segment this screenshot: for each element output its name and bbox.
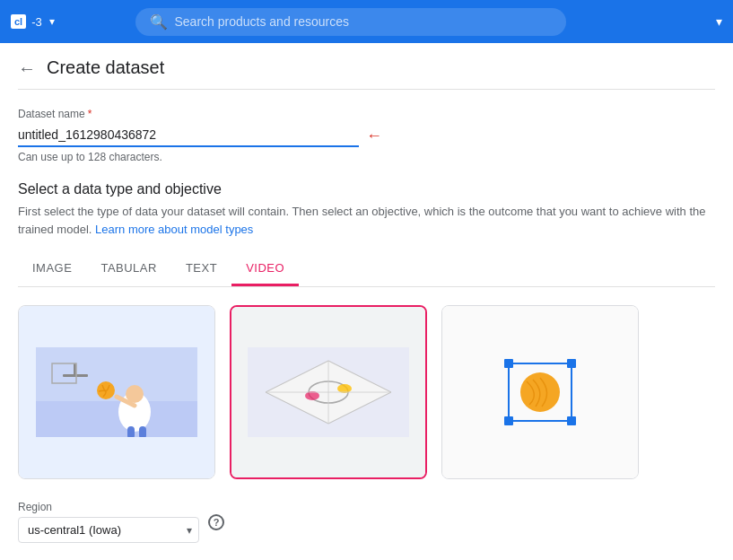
svg-point-15 (305, 391, 319, 400)
learn-more-model-types-link[interactable]: Learn more about model types (95, 223, 253, 236)
project-name: -3 (31, 15, 42, 29)
region-select-wrap: us-central1 (Iowa) us-east1 (South Carol… (18, 517, 199, 543)
region-label-wrap: Region us-central1 (Iowa) us-east1 (Sout… (18, 501, 199, 543)
topbar-logo[interactable]: cl -3 ▾ (11, 14, 55, 29)
back-button[interactable]: ← (18, 59, 36, 77)
search-bar[interactable]: 🔍 (135, 8, 566, 36)
tab-text[interactable]: TEXT (171, 252, 231, 286)
search-input[interactable] (175, 14, 552, 29)
region-group: Region us-central1 (Iowa) us-east1 (Sout… (18, 501, 715, 543)
card-object-tracking[interactable]: Video object tracking Get labels, tracks… (441, 305, 639, 479)
svg-point-16 (337, 384, 352, 393)
region-label: Region (18, 501, 199, 513)
page-header: ← Create dataset (18, 43, 715, 90)
tab-tabular[interactable]: TABULAR (86, 252, 171, 286)
section-description: First select the type of data your datas… (18, 203, 715, 238)
svg-rect-24 (567, 416, 576, 425)
dataset-name-label: Dataset name * (18, 108, 715, 120)
svg-rect-4 (139, 426, 146, 437)
region-select[interactable]: us-central1 (Iowa) us-east1 (South Carol… (18, 517, 199, 543)
required-marker: * (88, 108, 92, 120)
topbar-expand-icon[interactable]: ▾ (716, 14, 722, 29)
svg-rect-22 (567, 359, 576, 368)
card-classification[interactable]: Video classification Get label predictio… (230, 305, 427, 479)
dataset-name-group: Dataset name * ← Can use up to 128 chara… (18, 108, 715, 163)
svg-rect-23 (504, 416, 513, 425)
data-type-tabs: IMAGE TABULAR TEXT VIDEO (18, 252, 715, 287)
search-icon: 🔍 (150, 13, 168, 31)
objective-cards: Video action recognition Identify the ac… (18, 305, 715, 479)
dataset-name-input[interactable] (18, 124, 359, 147)
topbar: cl -3 ▾ 🔍 ▾ (0, 0, 733, 43)
card-image-classify (231, 307, 425, 477)
card-image-action (19, 306, 214, 478)
project-dropdown-icon[interactable]: ▾ (49, 15, 55, 28)
card-image-tracking (442, 306, 638, 478)
tracking-illustration (459, 347, 621, 437)
card-action-recognition[interactable]: Video action recognition Identify the ac… (18, 305, 215, 479)
arrow-annotation: ← (366, 127, 382, 145)
page-title: Create dataset (47, 57, 164, 78)
card-body-tracking: Video object tracking Get labels, tracks… (442, 478, 638, 479)
page-content: ← Create dataset Dataset name * ← Can us… (0, 43, 733, 560)
classify-illustration (248, 347, 409, 437)
topbar-right-menu[interactable]: ▾ (716, 14, 722, 29)
action-illustration (36, 347, 197, 437)
card-body-classify: Video classification Get label predictio… (231, 477, 425, 479)
svg-rect-3 (127, 426, 135, 437)
region-help-icon[interactable]: ? (208, 514, 224, 530)
card-body-action: Video action recognition Identify the ac… (19, 478, 214, 479)
section-heading: Select a data type and objective (18, 181, 715, 197)
svg-rect-21 (504, 359, 513, 368)
dataset-name-hint: Can use up to 128 characters. (18, 151, 715, 163)
logo-box: cl (11, 14, 26, 29)
svg-rect-1 (36, 401, 197, 437)
tab-image[interactable]: IMAGE (18, 252, 86, 286)
tab-video[interactable]: VIDEO (231, 252, 299, 286)
